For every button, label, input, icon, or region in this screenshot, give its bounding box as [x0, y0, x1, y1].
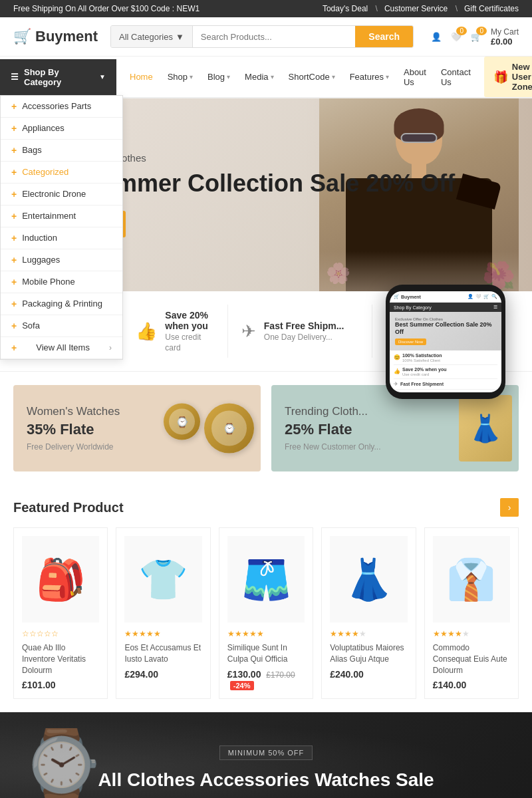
phone-cart-icon2: 🛒 — [483, 294, 489, 299]
product-card-4[interactable]: 👗 ★★★★★ Voluptatibus Maiores Alias Guju … — [321, 527, 416, 699]
category-categorized[interactable]: + Categorized — [1, 162, 122, 184]
product-price-1: £101.00 — [22, 680, 99, 690]
phone-logo-text: Buyment — [401, 295, 421, 299]
feature-save-title: Save 20% when you — [165, 310, 213, 331]
phone-hamburger-icon: ☰ — [493, 305, 497, 310]
category-electronic-drone[interactable]: + Electronic Drone — [1, 184, 122, 205]
next-arrow-button[interactable]: › — [500, 498, 519, 517]
phone-mockup: 🛒 Buyment 👤 🤍 🛒 🔍 Shop By Category ☰ — [386, 285, 519, 399]
phone-icons: 👤 🤍 🛒 🔍 — [467, 294, 497, 299]
product-card-2[interactable]: 👕 ★★★★★ Eos Et Accusamus Et Iusto Lavato… — [116, 527, 210, 699]
phone-discover-btn[interactable]: Discover Now — [395, 338, 426, 345]
new-user-zone-button[interactable]: 🎁 New User Zone — [484, 57, 532, 97]
cart-logo-icon: 🛒 — [13, 28, 31, 45]
search-category-dropdown[interactable]: All Categories ▼ — [111, 26, 193, 47]
product-image-4: 👗 — [330, 536, 407, 622]
nav-link-features[interactable]: Features ▾ — [343, 64, 396, 90]
plus-icon: + — [11, 299, 17, 309]
star-filled-2: ★★★★★ — [124, 629, 161, 638]
promo-card-watches[interactable]: Women's Watches 35% Flate Free Delivery … — [13, 385, 261, 471]
todays-deal-link[interactable]: Today's Deal — [323, 4, 378, 13]
watch-inner-icon-lg: ⌚ — [211, 411, 247, 446]
discount-badge-3: -24% — [230, 681, 254, 690]
cart-info[interactable]: My Cart £0.00 — [491, 27, 519, 47]
chevron-down-icon: ▾ — [332, 73, 335, 80]
nav-link-blog[interactable]: Blog ▾ — [201, 64, 237, 90]
plus-icon: + — [11, 277, 17, 287]
feature-save: 👍 Save 20% when you Use credit card — [122, 305, 227, 358]
bottom-banner-title: All Clothes Accessories Watches Sale — [27, 768, 505, 792]
customer-service-link[interactable]: Customer Service — [384, 4, 458, 13]
phone-plane-icon: ✈ — [394, 381, 398, 387]
feature-shipping-text: Fast Free Shipm... One Day Delivery... — [264, 321, 344, 342]
product-price-5: £140.00 — [433, 680, 510, 690]
product-name-3: Similique Sunt In Culpa Qui Officia — [227, 642, 305, 665]
nav-link-home[interactable]: Home — [123, 64, 160, 90]
category-label: All Categories — [119, 32, 173, 42]
product-card-3[interactable]: 🩳 ★★★★★ Similique Sunt In Culpa Qui Offi… — [219, 527, 313, 699]
phone-device: 🛒 Buyment 👤 🤍 🛒 🔍 Shop By Category ☰ — [386, 285, 505, 399]
category-packaging[interactable]: + Packaging & Printing — [1, 293, 122, 315]
gift-certificates-link[interactable]: Gift Certificates — [464, 4, 519, 13]
nav-link-about[interactable]: About Us — [397, 59, 433, 95]
search-button[interactable]: Search — [355, 26, 413, 47]
cart-price: £0.00 — [491, 37, 519, 47]
phone-search-icon: 🔍 — [491, 294, 497, 299]
nav-link-shortcode[interactable]: ShortCode ▾ — [282, 64, 342, 90]
wishlist-icon-button[interactable]: 🤍 0 — [451, 32, 462, 42]
plus-icon: + — [11, 255, 17, 265]
nav-link-contact[interactable]: Contact Us — [434, 59, 477, 95]
price-value-3: £130.00 — [227, 669, 261, 680]
nav-link-media[interactable]: Media ▾ — [238, 64, 280, 90]
search-input[interactable] — [193, 26, 355, 47]
wishlist-badge: 0 — [456, 27, 467, 35]
phone-screen: 🛒 Buyment 👤 🤍 🛒 🔍 Shop By Category ☰ — [390, 291, 501, 392]
product-name-4: Voluptatibus Maiores Alias Guju Atque — [330, 642, 407, 665]
category-mobile-phone[interactable]: + Mobile Phone — [1, 271, 122, 293]
product-stars-3: ★★★★★ — [227, 629, 305, 638]
featured-title: Featured Product — [13, 500, 124, 515]
new-user-zone-label: New User Zone — [512, 62, 532, 92]
category-entertainment[interactable]: + Entertainment — [1, 205, 122, 227]
feature-save-subtitle: Use credit card — [165, 332, 201, 352]
plus-icon: + — [11, 321, 17, 331]
product-image-2: 👕 — [124, 536, 201, 622]
nav-link-shop[interactable]: Shop ▾ — [161, 64, 200, 90]
category-bags[interactable]: + Bags — [1, 140, 122, 162]
shop-by-category-button[interactable]: ☰ Shop By Category ▼ — [0, 59, 116, 95]
category-sofa[interactable]: + Sofa — [1, 315, 122, 337]
logo[interactable]: 🛒 Buyment — [13, 28, 100, 45]
phone-cart-icon: 🛒 — [394, 294, 400, 299]
feature-save-text: Save 20% when you Use credit card — [165, 310, 213, 352]
product-stars-5: ★★★★★ — [433, 629, 510, 638]
promo-watches-images: ⌚ ⌚ — [164, 404, 254, 454]
account-icon-button[interactable]: 👤 — [431, 32, 442, 42]
promo-text: Free Shipping On All Order Over $100 Cod… — [13, 4, 200, 13]
star-filled-5: ★★★★ — [433, 629, 462, 638]
phone-feat-ship-text: Fast Free Shipment — [400, 382, 444, 386]
plus-icon: + — [11, 167, 17, 178]
thumbs-up-icon: 👍 — [136, 321, 157, 342]
phone-logo: 🛒 Buyment — [394, 294, 421, 299]
product-card-5[interactable]: 👔 ★★★★★ Commodo Consequat Euis Aute Dolo… — [424, 527, 519, 699]
category-accessories[interactable]: + Accessories Parts — [1, 96, 122, 118]
phone-thumbs-icon: 👍 — [394, 368, 400, 374]
hamburger-icon: ☰ — [11, 72, 19, 82]
chevron-down-icon: ▾ — [190, 73, 193, 80]
category-appliances[interactable]: + Appliances — [1, 118, 122, 140]
view-all-items[interactable]: + View All Items › — [1, 337, 122, 359]
cart-icon-button[interactable]: 🛒 0 — [471, 32, 481, 42]
category-induction[interactable]: + Induction — [1, 227, 122, 249]
price-value-2: £294.00 — [124, 669, 158, 680]
feature-shipping: ✈ Fast Free Shipm... One Day Delivery... — [228, 305, 372, 358]
header-icons: 👤 🤍 0 🛒 0 My Cart £0.00 — [431, 27, 519, 47]
plane-icon: ✈ — [241, 321, 256, 342]
category-luggages[interactable]: + Luggages — [1, 249, 122, 271]
product-image-3: 🩳 — [227, 536, 305, 622]
main-nav: ☰ Shop By Category ▼ + Accessories Parts… — [0, 57, 532, 98]
top-bar-right: Today's Deal Customer Service Gift Certi… — [323, 4, 519, 13]
old-price-3: £170.00 — [266, 670, 295, 680]
product-emoji-5: 👔 — [446, 556, 496, 603]
product-card-1[interactable]: 🎒 ☆☆☆☆☆ Quae Ab Illo Inventore Veritatis… — [13, 527, 108, 699]
search-bar: All Categories ▼ Search — [110, 25, 414, 48]
